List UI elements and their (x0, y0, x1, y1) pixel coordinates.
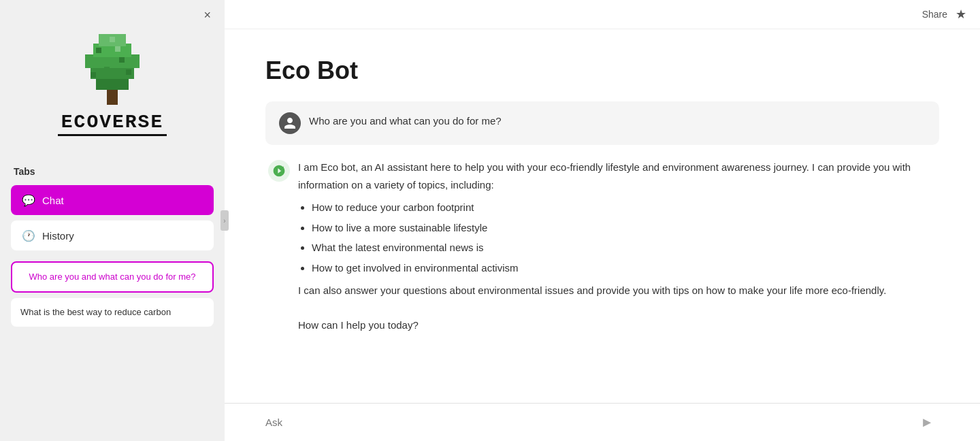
svg-rect-10 (91, 72, 96, 78)
history-item-1[interactable]: Who are you and what can you do for me? (11, 261, 214, 293)
tab-chat[interactable]: 💬 Chat (11, 185, 214, 215)
history-tab-label: History (42, 230, 74, 242)
user-avatar-icon (279, 112, 301, 134)
svg-rect-6 (96, 48, 101, 53)
bot-response-text: I am Eco bot, an AI assistant here to he… (298, 159, 936, 334)
bot-intro: I am Eco bot, an AI assistant here to he… (298, 161, 911, 191)
user-message: Who are you and what can you do for me? (265, 101, 939, 145)
bot-list-item-4: How to get involved in environmental act… (312, 259, 936, 277)
collapse-handle[interactable]: › (220, 210, 229, 231)
svg-rect-11 (110, 37, 115, 42)
chat-tab-icon: 💬 (22, 193, 35, 207)
user-message-text: Who are you and what can you do for me? (309, 112, 502, 127)
chat-content: Eco Bot Who are you and what can you do … (225, 29, 980, 403)
bot-list: How to reduce your carbon footprint How … (312, 199, 936, 276)
chat-history-list: Who are you and what can you do for me? … (0, 261, 225, 327)
logo-tree-icon (58, 27, 167, 109)
main-content: › Share ★ Eco Bot Who are you and what c… (225, 0, 980, 441)
bot-avatar-icon (268, 160, 290, 182)
svg-rect-9 (126, 69, 131, 75)
main-header: Share ★ (225, 0, 980, 29)
bot-outro: I can also answer your questions about e… (298, 282, 936, 299)
svg-rect-0 (107, 88, 118, 105)
chat-tab-label: Chat (42, 195, 64, 206)
close-button[interactable]: × (198, 5, 216, 25)
sidebar: × ECOVERSE (0, 0, 225, 441)
svg-rect-12 (115, 46, 120, 52)
bot-list-item-3: What the latest environmental news is (312, 239, 936, 257)
bot-closing: How can I help you today? (298, 316, 936, 334)
bot-list-item-1: How to reduce your carbon footprint (312, 199, 936, 216)
logo-text: ECOVERSE (58, 112, 167, 136)
bot-message: I am Eco bot, an AI assistant here to he… (265, 159, 939, 334)
svg-rect-8 (104, 67, 110, 72)
chat-input[interactable] (265, 416, 915, 428)
logo-area: ECOVERSE (0, 0, 225, 150)
tabs-section-label: Tabs (0, 161, 225, 182)
send-button[interactable]: ► (915, 412, 939, 433)
logo-container: ECOVERSE (58, 27, 167, 136)
tab-history[interactable]: 🕐 History (11, 220, 214, 250)
star-icon[interactable]: ★ (956, 7, 966, 22)
bot-list-item-2: How to live a more sustainable lifestyle (312, 219, 936, 237)
bot-title: Eco Bot (265, 56, 939, 85)
svg-rect-7 (119, 57, 125, 63)
share-button[interactable]: Share (922, 9, 947, 20)
history-tab-icon: 🕐 (22, 229, 35, 242)
history-item-2[interactable]: What is the best way to reduce carbon (11, 298, 214, 327)
chat-input-area: ► (225, 403, 980, 441)
